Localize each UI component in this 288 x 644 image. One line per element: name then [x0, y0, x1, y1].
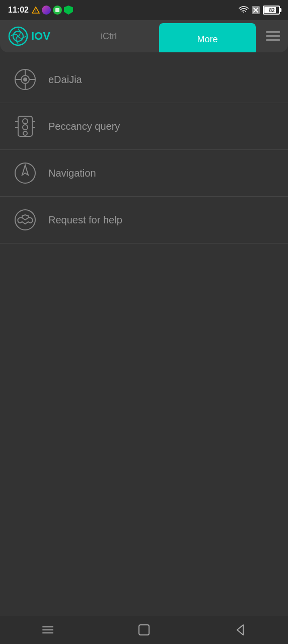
nav-home-button[interactable] — [129, 620, 159, 640]
svg-point-10 — [278, 39, 280, 41]
battery-level: 82 — [264, 8, 279, 13]
x-icon — [252, 6, 260, 14]
menu-item-navigation[interactable]: Navigation — [0, 150, 288, 197]
menu-item-request-help[interactable]: Request for help — [0, 197, 288, 244]
status-icons: ! — [32, 6, 73, 15]
edaijia-icon — [12, 66, 38, 93]
svg-rect-7 — [266, 39, 280, 41]
svg-point-19 — [23, 119, 28, 124]
svg-text:!: ! — [35, 9, 36, 13]
status-time: 11:02 — [8, 6, 29, 15]
nav-back-button[interactable] — [225, 620, 255, 640]
menu-item-edaijia[interactable]: eDaiJia — [0, 56, 288, 103]
svg-rect-32 — [139, 625, 149, 635]
svg-point-13 — [24, 78, 27, 81]
header: IOV iCtrl More — [0, 20, 288, 52]
nav-menu-button[interactable] — [33, 620, 63, 640]
svg-rect-6 — [266, 35, 280, 37]
request-help-icon — [12, 207, 38, 233]
navigation-icon — [12, 160, 38, 186]
battery-indicator: 82 — [263, 6, 280, 15]
hamburger-icon — [266, 31, 280, 42]
edaijia-label: eDaiJia — [48, 74, 82, 86]
bottom-nav — [0, 616, 288, 644]
tabs: iCtrl More — [60, 20, 288, 52]
app-icon-green — [53, 6, 62, 15]
tab-more[interactable]: More — [159, 23, 256, 52]
navigation-label: Navigation — [48, 168, 96, 179]
nav-back-icon — [233, 623, 247, 637]
iov-logo-icon — [8, 26, 28, 46]
svg-point-8 — [278, 31, 280, 33]
svg-marker-33 — [237, 625, 243, 635]
svg-rect-1 — [55, 8, 59, 12]
app-icon-purple — [42, 6, 51, 15]
svg-point-21 — [23, 131, 27, 135]
menu-item-peccancy[interactable]: Peccancy query — [0, 103, 288, 150]
menu-list: eDaiJia Peccancy query — [0, 56, 288, 244]
svg-point-20 — [23, 125, 28, 130]
svg-point-9 — [278, 35, 280, 37]
warning-icon: ! — [32, 6, 40, 14]
nav-menu-icon — [41, 623, 55, 637]
tab-menu[interactable] — [258, 20, 288, 52]
status-left: 11:02 ! — [8, 6, 73, 15]
svg-marker-27 — [22, 165, 28, 175]
tab-ictrl[interactable]: iCtrl — [60, 20, 157, 52]
logo-area: IOV — [0, 26, 60, 46]
status-bar: 11:02 ! — [0, 0, 288, 20]
logo-text: IOV — [31, 30, 50, 43]
request-help-label: Request for help — [48, 214, 122, 226]
peccancy-icon — [12, 113, 38, 139]
nav-square-icon — [137, 623, 151, 637]
peccancy-label: Peccancy query — [48, 121, 120, 132]
wifi-icon — [239, 6, 249, 14]
app-icon-shield — [64, 6, 73, 15]
svg-rect-5 — [266, 31, 280, 33]
status-right: 82 — [239, 6, 280, 15]
